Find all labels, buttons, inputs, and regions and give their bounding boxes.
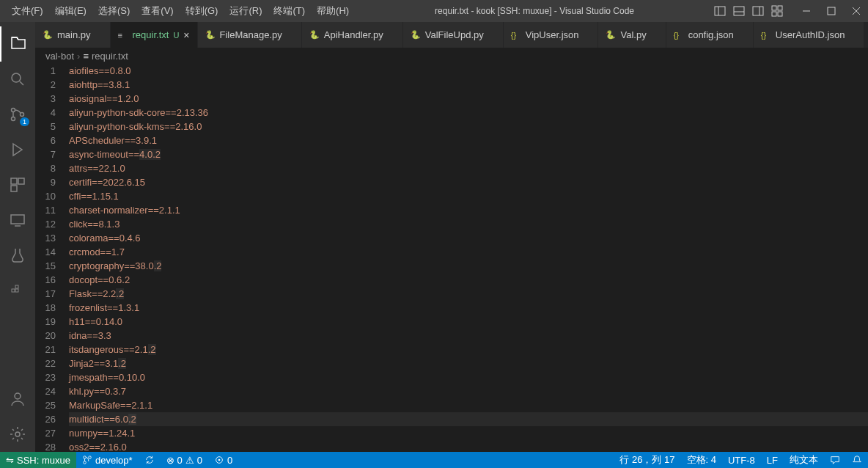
minimize-icon[interactable] <box>801 5 812 17</box>
tab-status: U <box>173 31 179 40</box>
code-line[interactable]: APScheduler==3.9.1 <box>69 134 868 147</box>
menu-item[interactable]: 终端(T) <box>268 1 311 21</box>
tab-label: UserAuthID.json <box>776 29 845 40</box>
tab-label: Val.py <box>620 29 646 40</box>
code-lines[interactable]: aiofiles==0.8.0aiohttp==3.8.1aiosignal==… <box>66 64 868 452</box>
code-line[interactable]: aiohttp==3.8.1 <box>69 78 868 92</box>
code-line[interactable]: aiosignal==1.2.0 <box>69 92 868 106</box>
code-line[interactable]: aliyun-python-sdk-kms==2.16.0 <box>69 120 868 134</box>
code-line[interactable]: aliyun-python-sdk-core==2.13.36 <box>69 106 868 120</box>
code-line[interactable]: frozenlist==1.3.1 <box>69 301 868 315</box>
code-line[interactable]: cffi==1.15.1 <box>69 189 868 203</box>
run-activity[interactable] <box>0 132 35 167</box>
menu-item[interactable]: 查看(V) <box>136 1 179 21</box>
code-area[interactable]: 1234567891011121314151617181920212223242… <box>35 64 868 452</box>
warning-count: 0 <box>197 455 202 466</box>
menu-item[interactable]: 文件(F) <box>6 1 49 21</box>
code-line[interactable]: idna==3.3 <box>69 329 868 343</box>
sidebar-right-icon[interactable] <box>752 5 764 17</box>
code-line[interactable]: cryptography==38.0.2 <box>69 259 868 273</box>
code-line[interactable]: multidict==6.0.2 <box>69 412 868 426</box>
search-activity[interactable] <box>0 62 35 97</box>
language-indicator[interactable]: 纯文本 <box>784 452 824 468</box>
code-line[interactable]: colorama==0.4.6 <box>69 231 868 245</box>
menu-item[interactable]: 编辑(E) <box>49 1 92 21</box>
close-icon[interactable]: × <box>183 29 189 41</box>
account-activity[interactable] <box>0 381 35 417</box>
svg-point-28 <box>15 432 20 436</box>
code-line[interactable]: Flask==2.2.2 <box>69 287 868 301</box>
encoding-indicator[interactable]: UTF-8 <box>722 452 761 468</box>
code-line[interactable]: crcmod==1.7 <box>69 245 868 259</box>
panel-toggle-icon[interactable] <box>733 5 745 17</box>
eol-indicator[interactable]: LF <box>761 452 784 468</box>
editor-tab[interactable]: 🐍ValFileUpd.py <box>403 22 504 48</box>
code-line[interactable]: aiofiles==0.8.0 <box>69 64 868 78</box>
code-line[interactable]: Jinja2==3.1.2 <box>69 357 868 370</box>
notifications-icon[interactable] <box>846 452 868 468</box>
svg-point-33 <box>84 456 87 459</box>
docker-activity[interactable] <box>0 273 35 308</box>
menu-item[interactable]: 帮助(H) <box>311 1 355 21</box>
cursor-position[interactable]: 行 26，列 17 <box>614 452 680 468</box>
menu-item[interactable]: 运行(R) <box>224 1 268 21</box>
code-line[interactable]: khl.py==0.3.7 <box>69 384 868 398</box>
svg-point-34 <box>84 461 87 464</box>
feedback-icon[interactable] <box>824 452 846 468</box>
scm-activity[interactable]: 1 <box>0 97 35 132</box>
testing-activity[interactable] <box>0 238 35 273</box>
editor-tab[interactable]: 🐍Val.py <box>598 22 666 48</box>
editor-tab[interactable]: 🐍main.py <box>35 22 111 48</box>
editor-tab[interactable]: ≡requir.txtU× <box>111 22 198 48</box>
svg-rect-25 <box>15 289 18 292</box>
sync-indicator[interactable] <box>139 452 161 468</box>
remote-indicator[interactable]: ⇋SSH: muxue <box>0 452 76 468</box>
code-line[interactable]: click==8.1.3 <box>69 217 868 231</box>
code-line[interactable]: async-timeout==4.0.2 <box>69 147 868 161</box>
breadcrumb-folder[interactable]: val-bot <box>45 51 74 62</box>
code-line[interactable]: itsdangerous==2.1.2 <box>69 343 868 357</box>
maximize-icon[interactable] <box>825 5 837 17</box>
title-actions <box>714 5 862 17</box>
code-line[interactable]: oss2==2.16.0 <box>69 440 868 452</box>
close-icon[interactable] <box>850 5 862 17</box>
editor-tab[interactable]: {}UserAuthID.json <box>754 22 865 48</box>
code-line[interactable]: docopt==0.6.2 <box>69 273 868 287</box>
svg-point-16 <box>12 109 15 112</box>
tab-actions: ⋯ <box>864 22 868 48</box>
editor-tab[interactable]: 🐍ApiHandler.py <box>302 22 403 48</box>
menu-item[interactable]: 转到(G) <box>180 1 224 21</box>
svg-point-27 <box>15 393 21 399</box>
svg-rect-0 <box>715 7 725 15</box>
layout-toggle-icon[interactable] <box>714 5 726 17</box>
editor-tab[interactable]: 🐍FileManage.py <box>198 22 302 48</box>
code-line[interactable]: h11==0.14.0 <box>69 315 868 329</box>
svg-rect-2 <box>734 7 744 15</box>
code-line[interactable]: numpy==1.24.1 <box>69 426 868 440</box>
remote-activity[interactable] <box>0 202 35 238</box>
code-line[interactable]: charset-normalizer==2.1.1 <box>69 203 868 217</box>
code-line[interactable]: certifi==2022.6.15 <box>69 175 868 189</box>
extensions-activity[interactable] <box>0 167 35 202</box>
tab-label: requir.txt <box>133 29 169 40</box>
editor-tab[interactable]: {}VipUser.json <box>504 22 599 48</box>
tab-label: FileManage.py <box>220 29 282 40</box>
svg-point-37 <box>218 459 221 461</box>
editor-tab[interactable]: {}config.json <box>666 22 754 48</box>
code-line[interactable]: attrs==22.1.0 <box>69 161 868 175</box>
settings-activity[interactable] <box>0 417 35 452</box>
branch-indicator[interactable]: develop* <box>76 452 139 468</box>
customize-layout-icon[interactable] <box>771 5 783 17</box>
explorer-activity[interactable] <box>0 26 35 62</box>
breadcrumb-file[interactable]: requir.txt <box>92 51 128 62</box>
indent-indicator[interactable]: 空格: 4 <box>681 452 722 468</box>
menu-item[interactable]: 选择(S) <box>92 1 136 21</box>
code-line[interactable]: jmespath==0.10.0 <box>69 370 868 384</box>
breadcrumb[interactable]: val-bot › ≡ requir.txt <box>35 48 868 64</box>
ports-indicator[interactable]: 0 <box>208 452 238 468</box>
code-line[interactable]: MarkupSafe==2.1.1 <box>69 398 868 412</box>
tab-label: config.json <box>688 29 734 40</box>
svg-point-17 <box>12 117 15 121</box>
window-title: requir.txt - kook [SSH: muxue] - Visual … <box>355 6 714 16</box>
problems-indicator[interactable]: ⊗0⚠0 <box>161 452 208 468</box>
